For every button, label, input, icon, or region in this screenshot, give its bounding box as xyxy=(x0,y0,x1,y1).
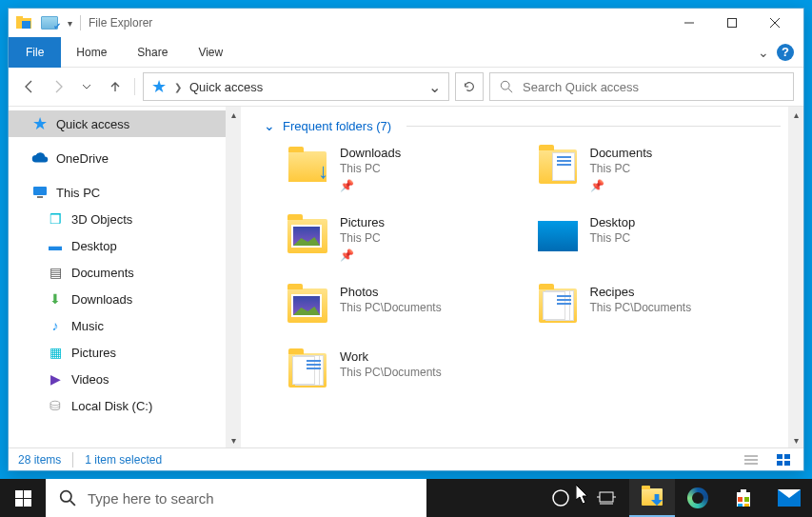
desktop-icon: ▬ xyxy=(47,238,64,253)
cortana-button[interactable] xyxy=(538,479,584,517)
address-dropdown-icon[interactable]: ⌄ xyxy=(428,78,441,96)
navigation-pane[interactable]: ▴ ▾ ★Quick access OneDrive This PC ❒3D O… xyxy=(9,107,241,447)
tree-label: Downloads xyxy=(71,292,132,307)
scroll-down-icon[interactable]: ▾ xyxy=(228,434,239,446)
file-explorer-window: ✔ ▾ File Explorer File Home Share View ⌄… xyxy=(8,8,804,471)
folder-item-pictures[interactable]: Pictures This PC 📌 xyxy=(287,215,531,262)
videos-icon: ▶ xyxy=(47,371,64,387)
back-button[interactable] xyxy=(18,75,41,98)
start-button[interactable] xyxy=(0,479,46,517)
folder-item-downloads[interactable]: ↓ Downloads This PC 📌 xyxy=(287,146,531,192)
tab-home[interactable]: Home xyxy=(61,37,122,68)
folder-item-photos[interactable]: Photos This PC\Documents xyxy=(287,285,531,327)
chevron-down-icon: ⌄ xyxy=(264,118,275,133)
svg-rect-10 xyxy=(37,196,43,198)
items-view[interactable]: ▴ ▾ ⌄ Frequent folders (7) ↓ Downloads T… xyxy=(241,107,803,447)
pin-icon: 📌 xyxy=(340,179,401,192)
nav-3d-objects[interactable]: ❒3D Objects xyxy=(9,206,241,232)
folder-icon xyxy=(287,285,328,327)
search-box[interactable] xyxy=(489,72,794,101)
svg-rect-21 xyxy=(600,492,613,502)
ribbon-collapse-icon[interactable]: ⌄ xyxy=(758,45,769,60)
pc-icon xyxy=(31,186,49,199)
folder-location: This PC xyxy=(340,231,385,245)
chevron-right-icon[interactable]: ❯ xyxy=(174,82,182,92)
tab-file[interactable]: File xyxy=(9,37,61,68)
taskbar-store[interactable] xyxy=(721,479,766,517)
store-icon xyxy=(734,488,753,507)
up-button[interactable] xyxy=(104,75,127,98)
edge-icon xyxy=(687,487,708,508)
recent-locations-button[interactable] xyxy=(75,75,98,98)
taskbar-search[interactable]: Type here to search xyxy=(46,479,426,517)
svg-rect-2 xyxy=(22,21,30,29)
nav-quick-access[interactable]: ★Quick access xyxy=(9,110,241,137)
scroll-down-icon[interactable]: ▾ xyxy=(790,434,802,446)
tree-label: Pictures xyxy=(71,346,116,360)
tree-label: Documents xyxy=(71,266,134,280)
tree-label: Quick access xyxy=(56,117,129,131)
separator xyxy=(72,452,73,467)
search-input[interactable] xyxy=(523,80,783,94)
tree-label: 3D Objects xyxy=(71,212,132,227)
nav-desktop[interactable]: ▬Desktop xyxy=(9,232,241,259)
svg-rect-4 xyxy=(727,19,736,28)
status-item-count: 28 items xyxy=(18,453,61,467)
document-icon: ▤ xyxy=(47,265,64,280)
maximize-button[interactable] xyxy=(710,9,753,37)
qat-dropdown-icon[interactable]: ▾ xyxy=(68,18,72,29)
scroll-up-icon[interactable]: ▴ xyxy=(790,109,802,120)
folder-location: This PC\Documents xyxy=(590,301,692,314)
taskbar-edge[interactable] xyxy=(675,479,721,517)
tree-label: Desktop xyxy=(71,239,117,253)
taskbar[interactable]: Type here to search xyxy=(0,479,812,517)
folder-location: This PC xyxy=(590,162,653,175)
folder-name: Downloads xyxy=(340,146,401,160)
nav-local-disk[interactable]: ⛁Local Disk (C:) xyxy=(9,392,241,419)
quick-access-icon: ★ xyxy=(151,76,167,97)
folder-item-work[interactable]: Work This PC\Documents xyxy=(287,349,531,391)
svg-rect-17 xyxy=(784,461,790,466)
refresh-button[interactable] xyxy=(455,72,484,101)
separator xyxy=(80,15,81,30)
taskbar-file-explorer[interactable] xyxy=(629,479,675,517)
nav-music[interactable]: ♪Music xyxy=(9,312,241,339)
taskbar-mail[interactable] xyxy=(766,479,812,517)
task-view-button[interactable] xyxy=(584,479,629,517)
folder-item-recipes[interactable]: Recipes This PC\Documents xyxy=(537,285,782,327)
status-bar: 28 items 1 item selected xyxy=(9,447,803,470)
svg-line-19 xyxy=(70,501,75,506)
folder-icon: ↓ xyxy=(287,146,328,188)
nav-onedrive[interactable]: OneDrive xyxy=(9,145,241,171)
tiles-view-button[interactable] xyxy=(773,451,794,468)
nav-this-pc[interactable]: This PC xyxy=(9,179,241,206)
qat-properties-icon[interactable]: ✔ xyxy=(41,16,58,30)
address-bar[interactable]: ★ ❯ Quick access ⌄ xyxy=(143,72,449,101)
titlebar[interactable]: ✔ ▾ File Explorer xyxy=(9,9,803,37)
minimize-button[interactable] xyxy=(667,9,710,37)
folder-icon xyxy=(537,215,579,257)
group-header-frequent[interactable]: ⌄ Frequent folders (7) xyxy=(264,110,781,146)
app-icon xyxy=(16,15,31,30)
file-explorer-icon xyxy=(642,488,663,506)
svg-point-20 xyxy=(553,490,568,506)
tab-share[interactable]: Share xyxy=(122,37,183,68)
scroll-up-icon[interactable]: ▴ xyxy=(228,109,239,120)
svg-rect-9 xyxy=(33,187,47,195)
folder-item-desktop[interactable]: Desktop This PC xyxy=(537,215,782,262)
windows-logo-icon xyxy=(15,490,31,507)
details-view-button[interactable] xyxy=(741,451,762,468)
folder-item-documents[interactable]: Documents This PC 📌 xyxy=(537,146,782,192)
nav-videos[interactable]: ▶Videos xyxy=(9,366,241,392)
close-button[interactable] xyxy=(753,9,796,37)
toolbar: ★ ❯ Quick access ⌄ xyxy=(9,68,803,106)
download-icon: ⬇ xyxy=(47,291,64,307)
search-icon xyxy=(59,489,76,507)
nav-documents[interactable]: ▤Documents xyxy=(9,259,241,286)
tab-view[interactable]: View xyxy=(183,37,238,68)
nav-downloads[interactable]: ⬇Downloads xyxy=(9,286,241,312)
forward-button[interactable] xyxy=(47,75,69,98)
nav-pictures[interactable]: ▦Pictures xyxy=(9,339,241,366)
mail-icon xyxy=(778,489,801,507)
help-button[interactable]: ? xyxy=(777,44,794,61)
